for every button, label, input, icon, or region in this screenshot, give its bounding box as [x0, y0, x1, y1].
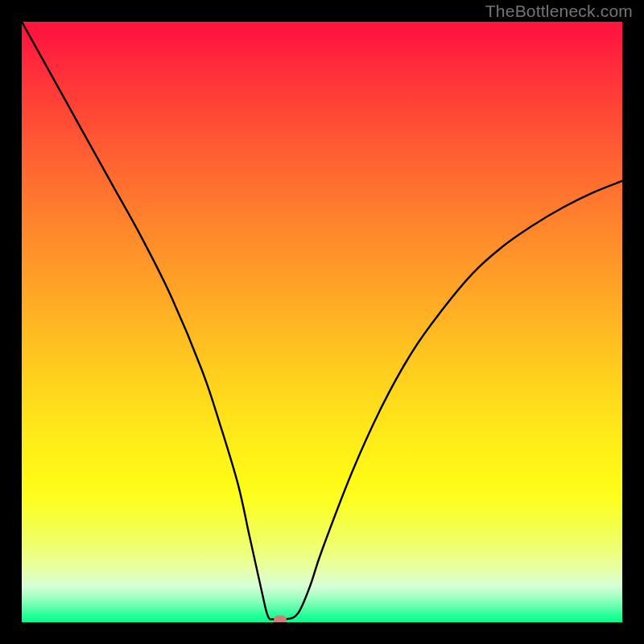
optimum-marker	[274, 616, 287, 622]
bottleneck-curve	[22, 22, 622, 622]
watermark-text: TheBottleneck.com	[485, 2, 633, 21]
plot-area	[22, 22, 622, 622]
chart-frame: TheBottleneck.com	[0, 0, 644, 644]
